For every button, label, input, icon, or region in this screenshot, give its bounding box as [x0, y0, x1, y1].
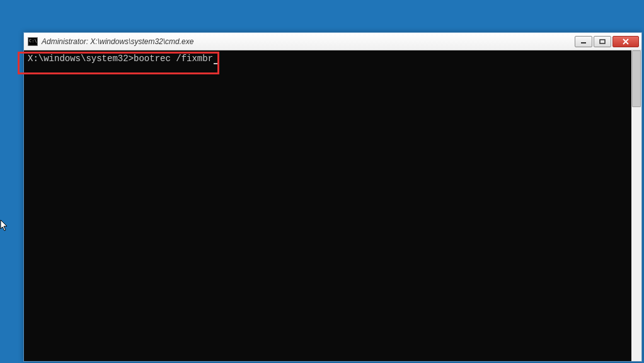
text-cursor	[214, 63, 219, 64]
window-controls	[575, 36, 641, 47]
mouse-cursor-icon	[0, 219, 10, 233]
close-icon	[622, 38, 630, 45]
window-title: Administrator: X:\windows\system32\cmd.e…	[42, 37, 575, 46]
svg-rect-0	[581, 42, 586, 43]
prompt-text: X:\windows\system32>	[28, 54, 134, 64]
command-line: X:\windows\system32>bootrec /fixmbr	[28, 53, 628, 64]
maximize-button[interactable]	[594, 36, 611, 47]
vertical-scrollbar[interactable]	[631, 50, 641, 361]
terminal[interactable]: X:\windows\system32>bootrec /fixmbr	[24, 50, 631, 361]
scrollbar-thumb[interactable]	[632, 50, 641, 107]
close-button[interactable]	[612, 36, 639, 47]
svg-rect-1	[600, 40, 605, 43]
maximize-icon	[599, 39, 606, 44]
minimize-icon	[580, 39, 587, 44]
cmd-icon-text: C:\	[29, 39, 37, 43]
terminal-area: X:\windows\system32>bootrec /fixmbr	[24, 50, 641, 361]
cmd-icon: C:\	[28, 37, 38, 46]
cmd-window: C:\ Administrator: X:\windows\system32\c…	[23, 32, 642, 362]
titlebar[interactable]: C:\ Administrator: X:\windows\system32\c…	[24, 33, 641, 50]
minimize-button[interactable]	[575, 36, 592, 47]
command-text: bootrec /fixmbr	[134, 54, 213, 64]
